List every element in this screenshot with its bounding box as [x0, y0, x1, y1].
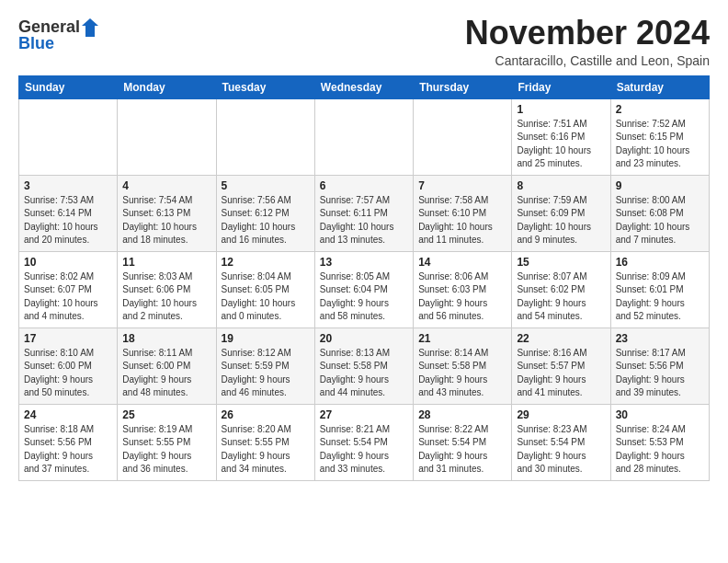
day-number: 7	[418, 179, 506, 192]
calendar-cell: 14Sunrise: 8:06 AM Sunset: 6:03 PM Dayli…	[414, 251, 512, 327]
weekday-header: Saturday	[610, 75, 709, 98]
day-number: 26	[222, 408, 310, 421]
calendar-cell: 11Sunrise: 8:03 AM Sunset: 6:06 PM Dayli…	[118, 251, 216, 327]
calendar-table: SundayMondayTuesdayWednesdayThursdayFrid…	[18, 75, 710, 481]
day-number: 17	[24, 332, 112, 345]
location-subtitle: Cantaracillo, Castille and Leon, Spain	[465, 53, 710, 68]
day-number: 11	[122, 256, 210, 269]
day-info: Sunrise: 8:12 AM Sunset: 5:59 PM Dayligh…	[222, 347, 310, 400]
calendar-cell: 5Sunrise: 7:56 AM Sunset: 6:12 PM Daylig…	[216, 175, 314, 251]
day-info: Sunrise: 8:13 AM Sunset: 5:58 PM Dayligh…	[320, 347, 408, 400]
calendar-cell	[118, 98, 216, 175]
calendar-week-row: 10Sunrise: 8:02 AM Sunset: 6:07 PM Dayli…	[19, 251, 710, 327]
calendar-cell: 6Sunrise: 7:57 AM Sunset: 6:11 PM Daylig…	[314, 175, 413, 251]
day-number: 25	[122, 408, 210, 421]
day-number: 19	[222, 332, 310, 345]
day-number: 27	[320, 408, 408, 421]
calendar-cell: 17Sunrise: 8:10 AM Sunset: 6:00 PM Dayli…	[19, 327, 118, 404]
calendar-cell: 13Sunrise: 8:05 AM Sunset: 6:04 PM Dayli…	[314, 251, 413, 327]
weekday-header: Wednesday	[314, 75, 413, 98]
calendar-cell: 3Sunrise: 7:53 AM Sunset: 6:14 PM Daylig…	[19, 175, 118, 251]
day-number: 16	[616, 256, 704, 269]
calendar-cell	[414, 98, 512, 175]
calendar-week-row: 17Sunrise: 8:10 AM Sunset: 6:00 PM Dayli…	[19, 327, 710, 404]
calendar-cell: 1Sunrise: 7:51 AM Sunset: 6:16 PM Daylig…	[512, 98, 610, 175]
day-info: Sunrise: 8:11 AM Sunset: 6:00 PM Dayligh…	[122, 347, 210, 400]
calendar-cell: 22Sunrise: 8:16 AM Sunset: 5:57 PM Dayli…	[512, 327, 610, 404]
day-info: Sunrise: 8:24 AM Sunset: 5:53 PM Dayligh…	[616, 423, 704, 477]
day-number: 15	[517, 256, 605, 269]
calendar-cell: 10Sunrise: 8:02 AM Sunset: 6:07 PM Dayli…	[19, 251, 118, 327]
day-number: 6	[320, 179, 408, 192]
calendar-cell: 24Sunrise: 8:18 AM Sunset: 5:56 PM Dayli…	[19, 404, 118, 480]
calendar-cell: 20Sunrise: 8:13 AM Sunset: 5:58 PM Dayli…	[314, 327, 413, 404]
day-info: Sunrise: 8:14 AM Sunset: 5:58 PM Dayligh…	[418, 347, 506, 400]
day-number: 13	[320, 256, 408, 269]
day-info: Sunrise: 8:10 AM Sunset: 6:00 PM Dayligh…	[24, 347, 112, 400]
day-info: Sunrise: 8:04 AM Sunset: 6:05 PM Dayligh…	[222, 270, 310, 324]
day-info: Sunrise: 8:23 AM Sunset: 5:54 PM Dayligh…	[517, 423, 605, 477]
day-number: 1	[517, 103, 605, 116]
header: General Blue November 2024 Cantaracillo,…	[18, 15, 710, 68]
calendar-cell	[19, 98, 118, 175]
day-number: 28	[418, 408, 506, 421]
day-number: 29	[517, 408, 605, 421]
weekday-header: Sunday	[19, 75, 118, 98]
day-info: Sunrise: 7:52 AM Sunset: 6:15 PM Dayligh…	[616, 118, 704, 171]
day-info: Sunrise: 7:57 AM Sunset: 6:11 PM Dayligh…	[320, 194, 408, 247]
day-number: 8	[517, 179, 605, 192]
header-row: SundayMondayTuesdayWednesdayThursdayFrid…	[19, 75, 710, 98]
logo: General Blue	[18, 18, 98, 53]
day-number: 4	[122, 179, 210, 192]
calendar-cell: 21Sunrise: 8:14 AM Sunset: 5:58 PM Dayli…	[414, 327, 512, 404]
day-number: 23	[616, 332, 704, 345]
calendar-cell	[314, 98, 413, 175]
weekday-header: Friday	[512, 75, 610, 98]
day-info: Sunrise: 7:59 AM Sunset: 6:09 PM Dayligh…	[517, 194, 605, 247]
day-number: 18	[122, 332, 210, 345]
day-number: 21	[418, 332, 506, 345]
day-info: Sunrise: 7:53 AM Sunset: 6:14 PM Dayligh…	[24, 194, 112, 247]
day-number: 3	[24, 179, 112, 192]
day-info: Sunrise: 8:07 AM Sunset: 6:02 PM Dayligh…	[517, 270, 605, 324]
calendar-cell: 28Sunrise: 8:22 AM Sunset: 5:54 PM Dayli…	[414, 404, 512, 480]
day-number: 9	[616, 179, 704, 192]
day-info: Sunrise: 8:22 AM Sunset: 5:54 PM Dayligh…	[418, 423, 506, 477]
calendar-cell: 19Sunrise: 8:12 AM Sunset: 5:59 PM Dayli…	[216, 327, 314, 404]
weekday-header: Monday	[118, 75, 216, 98]
day-info: Sunrise: 8:02 AM Sunset: 6:07 PM Dayligh…	[24, 270, 112, 324]
day-info: Sunrise: 8:19 AM Sunset: 5:55 PM Dayligh…	[122, 423, 210, 477]
weekday-header: Thursday	[414, 75, 512, 98]
calendar-cell: 29Sunrise: 8:23 AM Sunset: 5:54 PM Dayli…	[512, 404, 610, 480]
day-info: Sunrise: 7:51 AM Sunset: 6:16 PM Dayligh…	[517, 118, 605, 171]
day-info: Sunrise: 8:03 AM Sunset: 6:06 PM Dayligh…	[122, 270, 210, 324]
calendar-week-row: 3Sunrise: 7:53 AM Sunset: 6:14 PM Daylig…	[19, 175, 710, 251]
day-info: Sunrise: 8:21 AM Sunset: 5:54 PM Dayligh…	[320, 423, 408, 477]
day-info: Sunrise: 7:56 AM Sunset: 6:12 PM Dayligh…	[222, 194, 310, 247]
calendar-cell: 18Sunrise: 8:11 AM Sunset: 6:00 PM Dayli…	[118, 327, 216, 404]
day-number: 22	[517, 332, 605, 345]
day-number: 10	[24, 256, 112, 269]
day-info: Sunrise: 7:58 AM Sunset: 6:10 PM Dayligh…	[418, 194, 506, 247]
day-info: Sunrise: 7:54 AM Sunset: 6:13 PM Dayligh…	[122, 194, 210, 247]
day-info: Sunrise: 8:17 AM Sunset: 5:56 PM Dayligh…	[616, 347, 704, 400]
calendar-cell: 7Sunrise: 7:58 AM Sunset: 6:10 PM Daylig…	[414, 175, 512, 251]
weekday-header: Tuesday	[216, 75, 314, 98]
logo-icon	[82, 18, 98, 37]
day-number: 24	[24, 408, 112, 421]
day-number: 12	[222, 256, 310, 269]
day-number: 5	[222, 179, 310, 192]
calendar-cell	[216, 98, 314, 175]
calendar-cell: 23Sunrise: 8:17 AM Sunset: 5:56 PM Dayli…	[610, 327, 709, 404]
page: General Blue November 2024 Cantaracillo,…	[0, 0, 728, 490]
month-title: November 2024	[465, 15, 710, 52]
calendar-cell: 4Sunrise: 7:54 AM Sunset: 6:13 PM Daylig…	[118, 175, 216, 251]
day-info: Sunrise: 8:06 AM Sunset: 6:03 PM Dayligh…	[418, 270, 506, 324]
calendar-cell: 16Sunrise: 8:09 AM Sunset: 6:01 PM Dayli…	[610, 251, 709, 327]
calendar-cell: 15Sunrise: 8:07 AM Sunset: 6:02 PM Dayli…	[512, 251, 610, 327]
calendar-cell: 26Sunrise: 8:20 AM Sunset: 5:55 PM Dayli…	[216, 404, 314, 480]
day-number: 20	[320, 332, 408, 345]
day-info: Sunrise: 8:20 AM Sunset: 5:55 PM Dayligh…	[222, 423, 310, 477]
day-info: Sunrise: 8:18 AM Sunset: 5:56 PM Dayligh…	[24, 423, 112, 477]
logo-blue: Blue	[18, 35, 98, 53]
